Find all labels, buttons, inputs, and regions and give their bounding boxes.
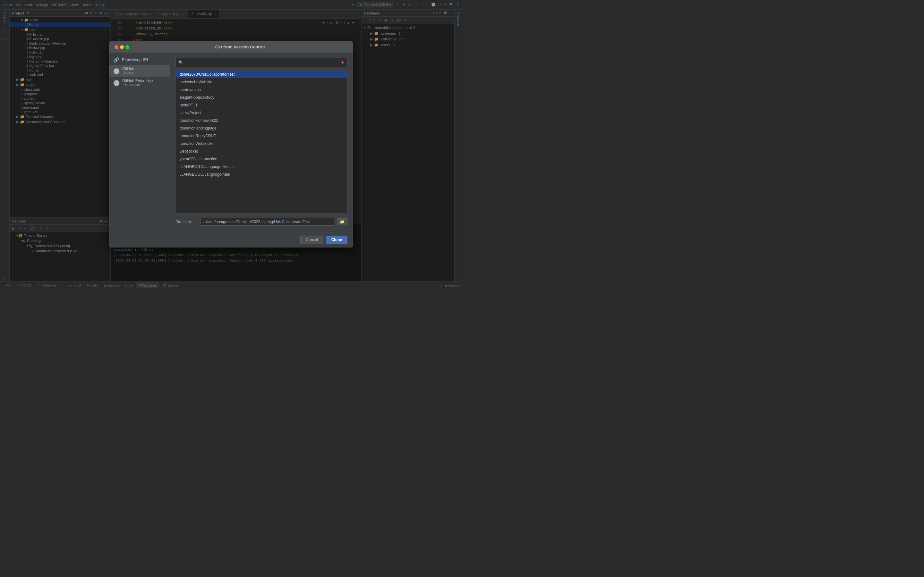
github-enterprise-label: GitHub Enterprise — [122, 79, 153, 83]
directory-input[interactable] — [200, 218, 334, 226]
modal-titlebar: Get from Version Control — [110, 41, 352, 53]
repo-item-5[interactable]: stickyProject — [176, 109, 347, 117]
modal-nav-repo-url[interactable]: 🔗 Repository URL — [110, 55, 170, 65]
directory-row: Directory: 📁 — [176, 217, 347, 227]
repo-item-10[interactable]: websocket — [176, 147, 347, 155]
repo-item-3[interactable]: elegant-object-study — [176, 93, 347, 101]
github-account: jinvicky — [122, 71, 134, 75]
repo-item-8[interactable]: toonationReplyCRUD — [176, 132, 347, 140]
repo-search-input[interactable] — [185, 60, 338, 65]
traffic-lights — [115, 45, 129, 49]
modal-right-content: 🔍 ⊞ dome2073/UnizCollaboratorTest codech… — [170, 53, 352, 232]
github-enterprise-icon: ⬤ — [113, 79, 120, 86]
modal-body: 🔗 Repository URL ⬤ GitHub jinvicky ⬤ Git — [110, 53, 352, 232]
repo-item-13[interactable]: JJANGBOGO/Jangbogo-Mall — [176, 171, 347, 178]
repo-url-icon: 🔗 — [113, 57, 120, 63]
github-icon: ⬤ — [113, 67, 120, 74]
repo-marker-button[interactable]: ⊞ — [341, 59, 344, 65]
modal-overlay: Get from Version Control 🔗 Repository UR… — [0, 0, 462, 288]
directory-label: Directory: — [176, 219, 198, 224]
clone-button[interactable]: Clone — [326, 235, 347, 244]
github-enterprise-account: No accounts — [122, 83, 153, 87]
repo-item-6[interactable]: toonationHomework02 — [176, 117, 347, 124]
modal-nav-github[interactable]: ⬤ GitHub jinvicky — [110, 65, 170, 77]
modal-nav: 🔗 Repository URL ⬤ GitHub jinvicky ⬤ Git — [110, 53, 170, 232]
repo-search-icon: 🔍 — [178, 60, 183, 65]
repo-item-0[interactable]: dome2073/UnizCollaboratorTest — [176, 71, 347, 78]
modal-title: Get from Version Control — [132, 45, 347, 49]
repo-item-7[interactable]: toonationlandingpage — [176, 124, 347, 132]
modal-footer: Cancel Clone — [110, 232, 352, 247]
repo-item-12[interactable]: JJANGBOGO/Jangbogo-Admin — [176, 163, 347, 171]
repo-item-9[interactable]: toonationWebsocket — [176, 140, 347, 147]
repo-url-label: Repository URL — [122, 58, 149, 62]
repo-item-4[interactable]: nodePT_1 — [176, 101, 347, 109]
github-label: GitHub — [122, 67, 134, 71]
maximize-button[interactable] — [126, 45, 129, 49]
vcs-modal: Get from Version Control 🔗 Repository UR… — [109, 41, 353, 247]
repo-list: dome2073/UnizCollaboratorTest codechoboW… — [176, 70, 347, 213]
minimize-button[interactable] — [120, 45, 124, 49]
repo-item-1[interactable]: codechoboWebsite — [176, 78, 347, 86]
close-button[interactable] — [115, 45, 118, 49]
repo-item-11[interactable]: ybear90/Uniz-practice — [176, 155, 347, 163]
repo-search-box[interactable]: 🔍 ⊞ — [176, 58, 347, 67]
cancel-button[interactable]: Cancel — [300, 235, 323, 244]
directory-browse-button[interactable]: 📁 — [337, 218, 347, 226]
repo-item-2[interactable]: cordova-vue — [176, 86, 347, 93]
modal-nav-github-enterprise[interactable]: ⬤ GitHub Enterprise No accounts — [110, 77, 170, 89]
